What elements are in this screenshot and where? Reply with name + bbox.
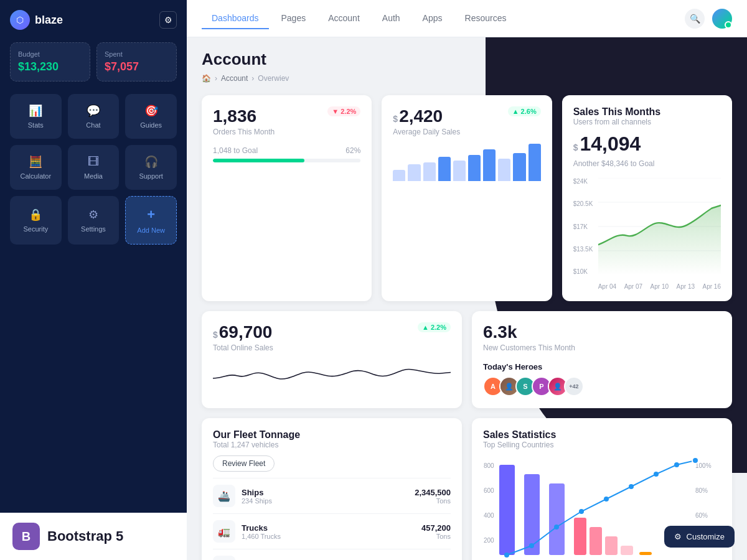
nav-tabs: Dashboards Pages Account Auth Apps Resou… <box>202 8 516 29</box>
breadcrumb-parent[interactable]: Account <box>221 74 248 83</box>
bootstrap-icon: B <box>12 523 40 550</box>
online-sales-value: 69,700 <box>219 322 273 342</box>
svg-point-24 <box>604 497 609 502</box>
nav-right: 🔍 <box>685 9 732 29</box>
sidebar-item-label-add-new: Add New <box>137 226 165 234</box>
user-avatar[interactable] <box>712 9 732 29</box>
sales-month-card: Sales This Months Users from all channel… <box>562 95 732 301</box>
chat-icon: 💬 <box>87 104 100 118</box>
page-title: Account <box>202 50 266 69</box>
stats-icon: 📊 <box>29 104 42 118</box>
sidebar-item-chat[interactable]: 💬 Chat <box>68 94 120 139</box>
sales-month-goal: Another $48,346 to Goal <box>573 159 721 168</box>
chart-svg-area <box>598 178 721 275</box>
orders-badge: ▼ 2.2% <box>327 106 360 116</box>
sidebar-menu-button[interactable]: ⚙ <box>159 11 177 29</box>
sidebar-item-label-chat: Chat <box>86 121 100 129</box>
sidebar-item-calculator[interactable]: 🧮 Calculator <box>10 145 62 190</box>
svg-point-23 <box>579 509 584 514</box>
svg-rect-18 <box>621 546 633 555</box>
bar-4 <box>438 157 451 181</box>
bar-9 <box>513 153 525 181</box>
customize-button[interactable]: ⚙ Customize <box>664 526 735 548</box>
daily-sales-badge: ▲ 2.6% <box>508 106 541 116</box>
logo: ⬡ blaze <box>10 10 63 30</box>
svg-text:80%: 80% <box>695 487 708 494</box>
logo-icon: ⬡ <box>10 10 30 30</box>
bar-5 <box>453 161 466 181</box>
breadcrumb-home-icon: 🏠 <box>202 74 211 83</box>
sidebar-menu-grid: 📊 Stats 💬 Chat 🎯 Guides 🧮 Calculator 🎞 M… <box>10 94 177 245</box>
fleet-unit-ships: Tons <box>415 497 451 505</box>
sidebar-item-security[interactable]: 🔒 Security <box>10 196 62 245</box>
svg-rect-16 <box>590 527 602 555</box>
bar-7 <box>483 149 496 181</box>
sidebar-item-label-guides: Guides <box>140 121 162 129</box>
sales-month-prefix: $ <box>573 142 578 152</box>
svg-rect-17 <box>605 536 618 555</box>
logo-text: blaze <box>35 14 63 27</box>
sidebar-item-support[interactable]: 🎧 Support <box>125 145 177 190</box>
search-button[interactable]: 🔍 <box>685 9 705 29</box>
page-content: Account + Invite Create App 🏠 › Account … <box>187 37 747 560</box>
top-nav: Dashboards Pages Account Auth Apps Resou… <box>187 0 747 37</box>
daily-sales-card: $ 2,420 ▲ 2.6% Average Daily Sales <box>382 95 552 301</box>
customers-card: 6.3k New Customers This Month Today's He… <box>472 311 732 408</box>
add-new-icon: + <box>147 207 155 223</box>
settings-icon: ⚙ <box>88 208 98 222</box>
bottom-grid: Our Fleet Tonnage Total 1,247 vehicles R… <box>202 418 732 560</box>
sidebar-item-media[interactable]: 🎞 Media <box>68 145 120 190</box>
svg-rect-15 <box>574 518 586 555</box>
svg-point-21 <box>529 543 534 548</box>
trucks-icon: 🚛 <box>213 520 235 543</box>
customize-icon: ⚙ <box>674 532 682 541</box>
hero-avatars: A 👤 S P 👤 +42 <box>483 376 721 396</box>
online-sales-prefix: $ <box>213 330 218 340</box>
budget-card: Budget $13,230 <box>10 42 90 82</box>
fleet-sub-trucks: 1,460 Trucks <box>242 533 415 540</box>
tab-auth[interactable]: Auth <box>372 8 410 29</box>
fleet-num-trucks: 457,200 <box>421 523 451 533</box>
support-icon: 🎧 <box>144 155 158 169</box>
sidebar-item-stats[interactable]: 📊 Stats <box>10 94 62 139</box>
sidebar-item-settings[interactable]: ⚙ Settings <box>68 196 120 245</box>
security-icon: 🔒 <box>29 208 42 222</box>
review-fleet-button[interactable]: Review Fleet <box>213 455 275 472</box>
breadcrumb-separator-2: › <box>251 74 254 83</box>
svg-text:60%: 60% <box>695 512 708 519</box>
sidebar-item-add-new[interactable]: + Add New <box>125 196 177 245</box>
svg-rect-19 <box>639 552 652 555</box>
tab-pages[interactable]: Pages <box>271 8 316 29</box>
fleet-card: Our Fleet Tonnage Total 1,247 vehicles R… <box>202 418 462 560</box>
sidebar-item-guides[interactable]: 🎯 Guides <box>125 94 177 139</box>
tab-apps[interactable]: Apps <box>413 8 453 29</box>
tab-resources[interactable]: Resources <box>455 8 517 29</box>
bootstrap-badge: B Bootstrap 5 <box>0 513 187 560</box>
fleet-amount-ships: 2,345,500 Tons <box>415 488 451 505</box>
budget-row: Budget $13,230 Spent $7,057 <box>10 42 177 82</box>
svg-point-22 <box>554 525 559 530</box>
svg-rect-14 <box>549 483 565 555</box>
budget-label: Budget <box>18 50 82 58</box>
online-sales-label: Total Online Sales <box>213 343 451 352</box>
sales-stats-subtitle: Top Selling Countries <box>483 441 721 449</box>
fleet-name-ships: Ships <box>242 488 408 497</box>
sales-stats-title: Sales Statistics <box>483 429 721 441</box>
svg-point-25 <box>629 484 634 489</box>
daily-sales-chart <box>393 144 540 181</box>
svg-point-20 <box>504 553 509 558</box>
customize-label: Customize <box>687 532 725 541</box>
orders-label: Orders This Month <box>213 128 360 136</box>
breadcrumb-current: Overwiev <box>258 74 289 83</box>
tab-account[interactable]: Account <box>318 8 370 29</box>
chart-x-labels: Apr 04 Apr 07 Apr 10 Apr 13 Apr 16 <box>598 283 721 290</box>
svg-point-27 <box>674 462 679 467</box>
spent-card: Spent $7,057 <box>96 42 177 82</box>
guides-icon: 🎯 <box>144 104 158 118</box>
fleet-title: Our Fleet Tonnage <box>213 429 451 441</box>
svg-rect-12 <box>499 465 515 555</box>
fleet-row-ships: 🚢 Ships 234 Ships 2,345,500 Tons <box>213 478 451 513</box>
fleet-row-trucks: 🚛 Trucks 1,460 Trucks 457,200 Tons <box>213 513 451 549</box>
tab-dashboards[interactable]: Dashboards <box>202 8 269 29</box>
bootstrap-text: Bootstrap 5 <box>47 528 123 544</box>
